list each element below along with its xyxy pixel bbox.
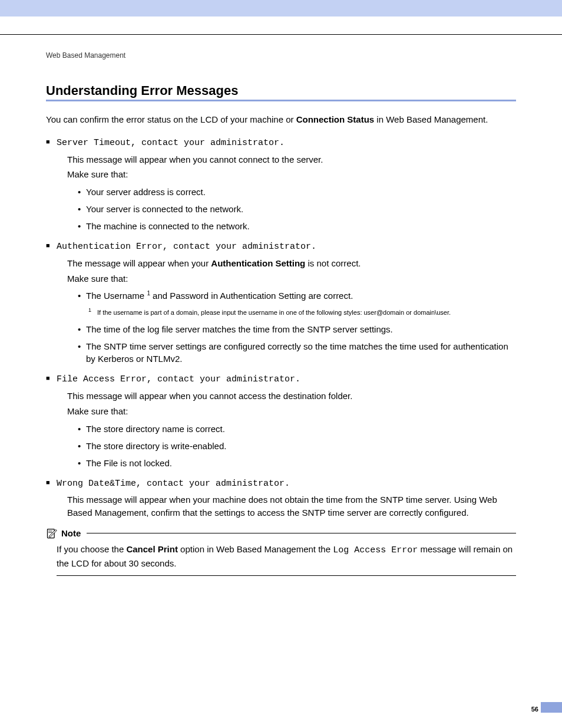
text: The Username — [86, 291, 147, 301]
error-desc: Make sure that: — [67, 168, 516, 181]
list-item: The store directory is write-enabled. — [78, 440, 516, 452]
text: The message will appear when your — [67, 258, 211, 268]
error-desc: Make sure that: — [67, 272, 516, 285]
list-item: Your server address is correct. — [78, 186, 516, 198]
error-message: Wrong Date&Time, contact your administra… — [57, 477, 516, 490]
bullet-list: Your server address is correct. Your ser… — [67, 186, 516, 232]
note-rule-bottom — [57, 575, 516, 576]
error-item-wrong-date: Wrong Date&Time, contact your administra… — [46, 477, 516, 519]
top-rule — [0, 34, 562, 35]
text: option in Web Based Management the — [178, 544, 333, 554]
list-item: The File is not locked. — [78, 457, 516, 469]
error-message: File Access Error, contact your administ… — [57, 373, 516, 386]
text-bold: Cancel Print — [126, 544, 178, 554]
error-item-file-access: File Access Error, contact your administ… — [46, 373, 516, 469]
error-list: Server Timeout, contact your administrat… — [46, 137, 516, 519]
bullet-list: The time of the log file server matches … — [67, 323, 516, 365]
error-item-auth: Authentication Error, contact your admin… — [46, 241, 516, 365]
error-desc: This message will appear when you cannot… — [67, 153, 516, 166]
bullet-list: The Username 1 and Password in Authentic… — [67, 289, 516, 302]
list-item: The machine is connected to the network. — [78, 220, 516, 232]
footnote-num: 1 — [88, 307, 91, 313]
list-item: The time of the log file server matches … — [78, 323, 516, 335]
error-item-server-timeout: Server Timeout, contact your administrat… — [46, 137, 516, 232]
text: and Password in Authentication Setting a… — [150, 291, 353, 301]
list-item: The store directory name is correct. — [78, 423, 516, 435]
footnote-text: If the username is part of a domain, ple… — [97, 309, 451, 316]
intro-bold: Connection Status — [296, 114, 375, 124]
top-color-band — [0, 0, 562, 17]
error-desc: This message will appear when you cannot… — [67, 390, 516, 403]
error-desc: This message will appear when your machi… — [67, 493, 516, 519]
running-head: Web Based Management — [46, 51, 516, 60]
list-item: The Username 1 and Password in Authentic… — [78, 289, 516, 302]
error-desc: The message will appear when your Authen… — [67, 257, 516, 270]
text: is not correct. — [305, 258, 361, 268]
note-header: Note — [46, 528, 516, 539]
intro-pre: You can confirm the error status on the … — [46, 114, 296, 124]
intro-post: in Web Based Management. — [374, 114, 488, 124]
error-desc: Make sure that: — [67, 405, 516, 418]
note-icon — [46, 528, 58, 539]
section-title: Understanding Error Messages — [46, 83, 516, 98]
intro-paragraph: You can confirm the error status on the … — [46, 113, 516, 126]
note-block: Note If you choose the Cancel Print opti… — [46, 528, 516, 577]
error-message: Authentication Error, contact your admin… — [57, 241, 516, 253]
page-content: 5 Web Based Management Understanding Err… — [0, 51, 562, 576]
note-label: Note — [61, 528, 81, 538]
list-item: The SNTP time server settings are config… — [78, 340, 516, 365]
note-body: If you choose the Cancel Print option in… — [46, 539, 516, 576]
list-item: Your server is connected to the network. — [78, 203, 516, 215]
bullet-list: The store directory name is correct. The… — [67, 423, 516, 469]
title-underline — [46, 100, 516, 101]
note-rule-top — [87, 533, 516, 533]
error-message: Server Timeout, contact your administrat… — [57, 137, 516, 150]
text-mono: Log Access Error — [333, 545, 418, 555]
text-bold: Authentication Setting — [211, 258, 305, 268]
text: If you choose the — [57, 544, 126, 554]
footnote: 1If the username is part of a domain, pl… — [88, 307, 516, 317]
